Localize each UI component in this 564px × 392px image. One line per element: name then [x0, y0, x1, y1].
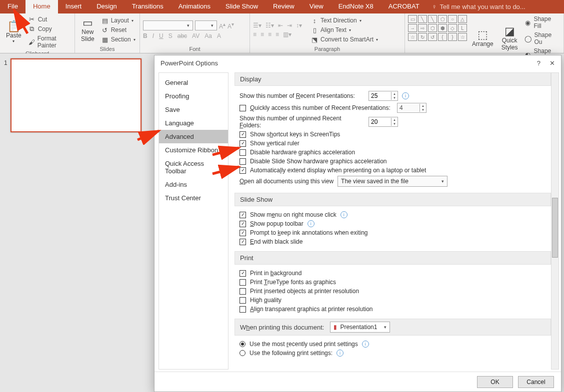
align-transparent-checkbox[interactable] [240, 306, 246, 313]
recent-presentations-input[interactable] [369, 92, 391, 99]
nav-save[interactable]: Save [159, 103, 228, 116]
copy-button[interactable]: ⧉Copy [26, 24, 72, 33]
shortcut-keys-checkbox[interactable] [240, 131, 246, 138]
nav-language[interactable]: Language [159, 116, 228, 130]
end-black-checkbox[interactable] [240, 239, 246, 245]
tab-view[interactable]: View [302, 0, 331, 13]
font-shrink-icon[interactable]: A▾ [228, 21, 234, 30]
case-button[interactable]: Aa [204, 32, 212, 39]
convert-smartart-button[interactable]: ⬔Convert to SmartArt▾ [309, 35, 380, 44]
nav-trust-center[interactable]: Trust Center [159, 191, 228, 205]
tab-home[interactable]: Home [26, 0, 58, 13]
tell-me-text: Tell me what you want to do... [440, 3, 525, 10]
line-spacing-icon[interactable]: ↕▾ [296, 22, 302, 29]
shadow-button[interactable]: S [168, 32, 172, 39]
nav-proofing[interactable]: Proofing [159, 89, 228, 103]
text-direction-label: Text Direction [320, 17, 357, 24]
tab-insert[interactable]: Insert [58, 0, 90, 13]
help-button[interactable]: ? [537, 59, 540, 67]
use-following-radio[interactable] [240, 350, 246, 356]
cancel-button[interactable]: Cancel [518, 376, 554, 388]
text-direction-button[interactable]: ↕Text Direction▾ [309, 16, 380, 25]
columns-icon[interactable]: ▥▾ [283, 31, 292, 38]
align-center-icon[interactable]: ≡ [260, 31, 264, 38]
new-slide-button[interactable]: ▭ New Slide [78, 15, 98, 45]
align-left-icon[interactable]: ≡ [253, 31, 256, 38]
info-icon[interactable]: i [340, 211, 348, 218]
shape-fill-button[interactable]: ◉Shape Fill [522, 15, 560, 30]
italic-button[interactable]: I [152, 32, 154, 39]
scrollbar[interactable] [551, 72, 559, 370]
tab-animations[interactable]: Animations [171, 0, 218, 13]
popup-toolbar-checkbox[interactable] [240, 221, 246, 227]
slide-thumbnail[interactable] [10, 58, 142, 132]
format-painter-button[interactable]: 🖌Format Painter [26, 34, 72, 49]
recent-presentations-spin[interactable]: ▲▼ [368, 91, 398, 101]
nav-customize-ribbon[interactable]: Customize Ribbon [159, 143, 228, 157]
shape-outline-button[interactable]: ◯Shape Ou [522, 31, 560, 46]
indent-dec-icon[interactable]: ⇤ [278, 22, 283, 29]
indent-inc-icon[interactable]: ⇥ [287, 22, 292, 29]
inserted-objects-checkbox[interactable] [240, 288, 246, 295]
bullets-icon[interactable]: ☰▾ [253, 22, 262, 29]
bold-button[interactable]: B [143, 32, 148, 39]
align-right-icon[interactable]: ≡ [268, 31, 272, 38]
nav-add-ins[interactable]: Add-ins [159, 178, 228, 191]
underline-button[interactable]: U [159, 32, 164, 39]
section-print-heading: Print [234, 251, 551, 265]
tab-endnote[interactable]: EndNote X8 [331, 0, 381, 13]
nav-advanced[interactable]: Advanced [159, 130, 228, 143]
section-button[interactable]: ▦Section▾ [100, 35, 138, 44]
tab-design[interactable]: Design [89, 0, 124, 13]
tab-acrobat[interactable]: ACROBAT [381, 0, 427, 13]
auto-extend-checkbox[interactable] [240, 167, 246, 174]
tell-me[interactable]: ♀ Tell me what you want to do... [427, 0, 530, 13]
font-family-combo[interactable]: ▾ [143, 20, 193, 30]
numbering-icon[interactable]: ☷▾ [266, 22, 274, 29]
truetype-checkbox[interactable] [240, 279, 246, 286]
nav-general[interactable]: General [159, 76, 228, 89]
reset-button[interactable]: ↺Reset [100, 26, 138, 34]
info-icon[interactable]: i [308, 220, 314, 227]
print-background-checkbox[interactable] [240, 270, 246, 277]
close-button[interactable]: ✕ [550, 59, 555, 67]
brush-icon: 🖌 [28, 38, 35, 46]
quick-access-spin: ▲▼ [397, 103, 426, 113]
scrollbar-thumb[interactable] [552, 198, 558, 258]
shape-outline-label: Shape Ou [534, 31, 558, 45]
vertical-ruler-checkbox[interactable] [240, 140, 246, 147]
when-printing-combo[interactable]: ▮Presentation1▾ [330, 322, 390, 333]
justify-icon[interactable]: ≡ [276, 31, 279, 38]
info-icon[interactable]: i [336, 350, 344, 357]
info-icon[interactable]: i [402, 92, 409, 99]
quick-styles-icon: ◪ [504, 26, 515, 37]
prompt-ink-checkbox[interactable] [240, 230, 246, 236]
disable-hw-checkbox[interactable] [240, 149, 246, 156]
tab-transitions[interactable]: Transitions [124, 0, 171, 13]
font-size-combo[interactable]: ▾ [195, 20, 217, 30]
tab-file[interactable]: File [0, 0, 26, 13]
open-view-combo[interactable]: The view saved in the file▾ [338, 176, 448, 187]
nav-quick-access-toolbar[interactable]: Quick Access Toolbar [159, 157, 228, 178]
tab-review[interactable]: Review [266, 0, 302, 13]
use-recent-radio[interactable] [240, 341, 246, 347]
disable-ss-hw-checkbox[interactable] [240, 158, 246, 165]
cut-button[interactable]: ✂Cut [26, 15, 72, 23]
layout-button[interactable]: ▤Layout▾ [100, 16, 138, 25]
shape-fill-label: Shape Fill [534, 15, 558, 29]
right-click-menu-checkbox[interactable] [240, 212, 246, 218]
strike-button[interactable]: abc [178, 32, 187, 39]
align-text-button[interactable]: ▯Align Text▾ [309, 26, 380, 34]
info-icon[interactable]: i [362, 341, 369, 348]
font-grow-icon[interactable]: A▴ [219, 21, 226, 30]
unpinned-folders-spin[interactable]: ▲▼ [368, 117, 398, 127]
spacing-button[interactable]: AV [192, 32, 200, 39]
unpinned-folders-input[interactable] [369, 118, 391, 125]
paste-button[interactable]: 📋 Paste ▾ [3, 15, 24, 49]
tab-slide-show[interactable]: Slide Show [218, 0, 266, 13]
ok-button[interactable]: OK [477, 376, 513, 388]
font-color-button[interactable]: A [217, 32, 221, 39]
quick-access-checkbox[interactable] [240, 105, 246, 111]
high-quality-checkbox[interactable] [240, 297, 246, 304]
options-dialog: PowerPoint Options ? ✕ General Proofing … [154, 55, 562, 392]
